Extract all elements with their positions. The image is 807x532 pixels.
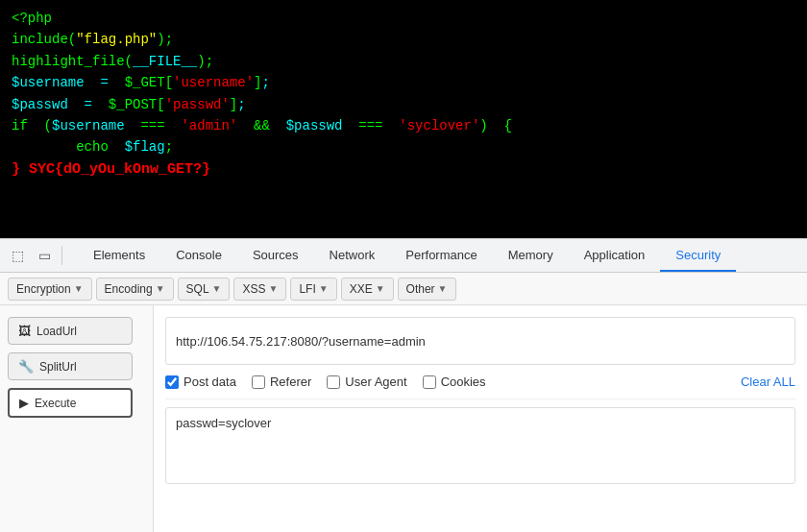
code-line-1: <?php [12,8,795,29]
split-url-label: SplitUrl [39,360,77,374]
split-url-button[interactable]: 🔧 SplitUrl [8,352,133,380]
code-line-3: highlight_file(__FILE__); [12,51,795,72]
lfi-label: LFI [299,282,315,296]
execute-label: Execute [35,397,76,410]
referer-checkbox[interactable] [252,375,265,389]
right-panel: Post data Referer User Agent Cookies Cle… [154,305,807,532]
encoding-dropdown[interactable]: Encoding ▼ [96,278,174,301]
execute-button[interactable]: ▶ Execute [8,388,133,418]
checkbox-row: Post data Referer User Agent Cookies Cle… [165,365,795,399]
other-dropdown[interactable]: Other ▼ [398,278,456,301]
code-display: <?php include("flag.php"); highlight_fil… [0,0,807,238]
devtools-icon-group: ⬚ ▭ [8,246,62,265]
sql-label: SQL [186,282,209,296]
cookies-checkbox[interactable] [423,375,436,389]
xxe-dropdown[interactable]: XXE ▼ [341,278,394,301]
xss-arrow: ▼ [269,283,279,294]
post-data-label: Post data [183,375,236,389]
encoding-label: Encoding [105,282,153,296]
left-panel: 🖼 LoadUrl 🔧 SplitUrl ▶ Execute [0,305,154,532]
code-line-6: if ($username === 'admin' && $passwd ===… [12,115,795,136]
clear-all-button[interactable]: Clear ALL [741,375,795,389]
xss-label: XSS [242,282,265,296]
code-line-8: } SYC{dO_yOu_kOnw_GET?} [12,158,795,181]
hackbar-main: 🖼 LoadUrl 🔧 SplitUrl ▶ Execute Post data… [0,305,807,532]
tab-console[interactable]: Console [160,239,237,272]
split-url-icon: 🔧 [18,359,34,374]
post-data-input[interactable]: passwd=syclover [165,407,795,484]
code-line-4: $username = $_GET['username']; [12,72,795,93]
devtools-bar: ⬚ ▭ Elements Console Sources Network Per… [0,238,807,273]
load-url-button[interactable]: 🖼 LoadUrl [8,317,133,345]
execute-icon: ▶ [19,396,29,410]
hackbar-toolbar: Encryption ▼ Encoding ▼ SQL ▼ XSS ▼ LFI … [0,273,807,305]
user-agent-checkbox[interactable] [327,375,340,389]
mobile-icon[interactable]: ▭ [35,246,54,265]
xss-dropdown[interactable]: XSS ▼ [233,278,286,301]
code-line-7: echo $flag; [12,136,795,157]
other-label: Other [406,282,435,296]
other-arrow: ▼ [438,283,448,294]
lfi-arrow: ▼ [319,283,329,294]
tab-security[interactable]: Security [660,239,736,272]
sql-dropdown[interactable]: SQL ▼ [178,278,231,301]
cookies-label: Cookies [441,375,486,389]
referer-label: Referer [270,375,311,389]
code-line-5: $passwd = $_POST['passwd']; [12,94,795,115]
tab-performance[interactable]: Performance [390,239,492,272]
tab-application[interactable]: Application [569,239,661,272]
encryption-arrow: ▼ [74,283,84,294]
tab-sources[interactable]: Sources [237,239,314,272]
post-data-area: passwd=syclover [165,407,795,520]
cursor-icon[interactable]: ⬚ [8,246,27,265]
cookies-checkbox-label[interactable]: Cookies [423,375,486,389]
xxe-arrow: ▼ [376,283,385,294]
post-data-checkbox-label[interactable]: Post data [165,375,236,389]
tab-memory[interactable]: Memory [493,239,569,272]
referer-checkbox-label[interactable]: Referer [252,375,311,389]
post-data-checkbox[interactable] [165,375,179,389]
load-url-label: LoadUrl [37,325,77,338]
url-input[interactable] [165,317,795,365]
tab-elements[interactable]: Elements [78,239,160,272]
encoding-arrow: ▼ [156,283,165,294]
tab-network[interactable]: Network [314,239,391,272]
sql-arrow: ▼ [212,283,222,294]
lfi-dropdown[interactable]: LFI ▼ [290,278,336,301]
user-agent-label: User Agent [345,375,406,389]
load-url-icon: 🖼 [18,324,31,338]
encryption-label: Encryption [16,282,71,296]
xxe-label: XXE [350,282,373,296]
user-agent-checkbox-label[interactable]: User Agent [327,375,406,389]
encryption-dropdown[interactable]: Encryption ▼ [8,278,92,301]
devtools-tabs: Elements Console Sources Network Perform… [78,239,736,272]
code-line-2: include("flag.php"); [12,29,795,50]
